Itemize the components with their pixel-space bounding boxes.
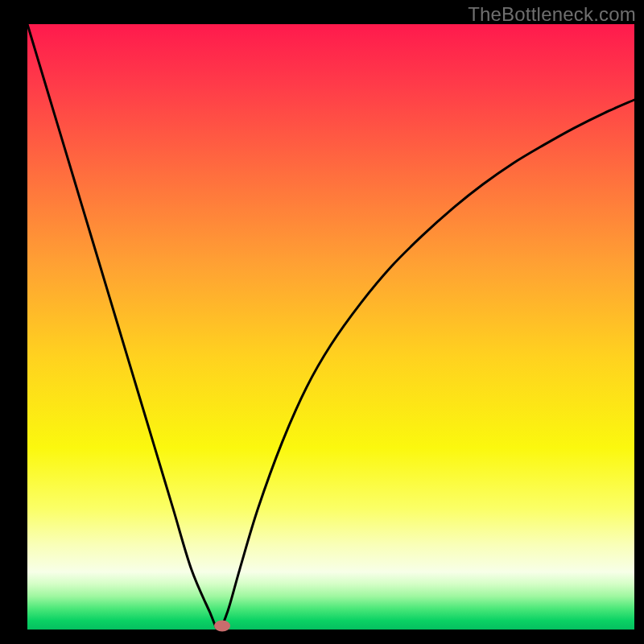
watermark-text: TheBottleneck.com xyxy=(468,3,636,26)
optimum-marker xyxy=(214,620,230,631)
chart-stage: TheBottleneck.com xyxy=(0,0,644,644)
bottleneck-chart xyxy=(0,0,644,644)
